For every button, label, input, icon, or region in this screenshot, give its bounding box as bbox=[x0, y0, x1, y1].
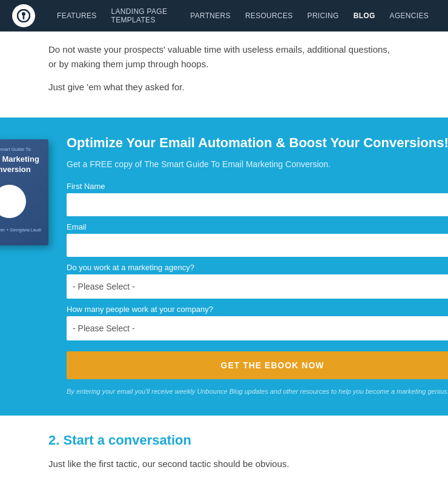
agency-group: Do you work at a marketing agency? - Ple… bbox=[67, 263, 448, 299]
nav-partners[interactable]: PARTNERS bbox=[183, 0, 238, 31]
disclaimer-text: By entering your email you'll receive we… bbox=[67, 386, 448, 397]
email-input[interactable] bbox=[67, 234, 448, 257]
nav-landing-page-templates[interactable]: LANDING PAGE TEMPLATES bbox=[104, 0, 183, 31]
book-cover: The Smart Guide To Email Marketing Conve… bbox=[0, 139, 54, 245]
intro-section: Do not waste your prospects' valuable ti… bbox=[48, 31, 400, 118]
navigation: FEATURES LANDING PAGE TEMPLATES PARTNERS… bbox=[0, 0, 448, 31]
agency-select-wrapper: - Please Select - Yes No bbox=[67, 274, 448, 299]
section-2-area: 2. Start a conversation Just like the fi… bbox=[0, 416, 448, 483]
first-name-label: First Name bbox=[67, 182, 448, 191]
cta-box: The Smart Guide To Email Marketing Conve… bbox=[0, 118, 448, 416]
logo[interactable] bbox=[12, 4, 35, 27]
company-select-wrapper: - Please Select - 1–10 11–50 51–200 200+ bbox=[67, 316, 448, 340]
email-label: Email bbox=[67, 222, 448, 231]
book-visual: The Smart Guide To Email Marketing Conve… bbox=[0, 139, 48, 245]
nav-features[interactable]: FEATURES bbox=[50, 0, 104, 31]
cta-headline: Optimize Your Email Automation & Boost Y… bbox=[67, 134, 448, 152]
section-2: 2. Start a conversation Just like the fi… bbox=[48, 416, 400, 483]
agency-select[interactable]: - Please Select - Yes No bbox=[67, 274, 448, 299]
intro-paragraph-1: Do not waste your prospects' valuable ti… bbox=[48, 42, 400, 71]
agency-question-label: Do you work at a marketing agency? bbox=[67, 263, 448, 272]
book-title: Email Marketing Conversion bbox=[0, 154, 42, 175]
cta-form: Optimize Your Email Automation & Boost Y… bbox=[67, 134, 448, 396]
submit-button[interactable]: GET THE EBOOK NOW bbox=[67, 351, 448, 379]
book-subtitle: The Smart Guide To bbox=[0, 147, 31, 152]
section-2-text: Just like the first tactic, our second t… bbox=[48, 457, 400, 471]
nav-blog[interactable]: BLOG bbox=[346, 0, 383, 31]
email-icon: ✉ bbox=[4, 194, 15, 208]
nav-items: FEATURES LANDING PAGE TEMPLATES PARTNERS… bbox=[50, 0, 436, 31]
cta-subtext: Get a FREE copy of The Smart Guide To Em… bbox=[67, 158, 448, 171]
first-name-group: First Name bbox=[67, 182, 448, 216]
first-name-input[interactable] bbox=[67, 193, 448, 216]
nav-pricing[interactable]: PRICING bbox=[300, 0, 346, 31]
nav-resources[interactable]: RESOURCES bbox=[238, 0, 300, 31]
content-area: Do not waste your prospects' valuable ti… bbox=[0, 31, 448, 118]
book-icon-circle: ✉ bbox=[0, 185, 26, 218]
company-size-group: How many people work at your company? - … bbox=[67, 305, 448, 340]
company-size-label: How many people work at your company? bbox=[67, 305, 448, 314]
nav-agencies[interactable]: AGENCIES bbox=[383, 0, 436, 31]
intro-paragraph-2: Just give 'em what they asked for. bbox=[48, 80, 400, 94]
company-size-select[interactable]: - Please Select - 1–10 11–50 51–200 200+ bbox=[67, 316, 448, 340]
book-author: By Oli Gardner + Georgiana Laudi bbox=[0, 228, 41, 232]
email-group: Email bbox=[67, 222, 448, 257]
section-2-heading: 2. Start a conversation bbox=[48, 433, 400, 448]
svg-point-1 bbox=[22, 12, 25, 16]
